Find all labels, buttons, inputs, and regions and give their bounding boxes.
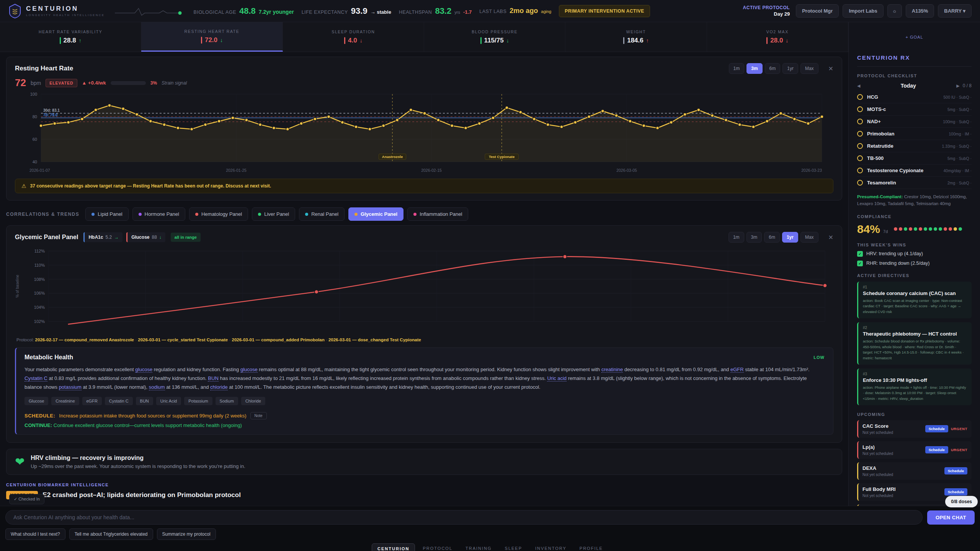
dose-check-circle[interactable] <box>857 94 863 100</box>
metric-tile-vo2-max[interactable]: VO2 MAX28.0↓ <box>707 22 848 52</box>
range-button-3m[interactable]: 3m <box>746 232 762 243</box>
dose-check-circle[interactable] <box>857 106 863 112</box>
nav-item-protocol[interactable]: PROTOCOL <box>417 543 458 551</box>
panel-chip-glycemic-panel[interactable]: Glycemic Panel <box>348 207 403 221</box>
nav-item-sleep[interactable]: SLEEP <box>500 543 528 551</box>
rhr-slope: ▲ +0.4/wk <box>82 80 106 86</box>
panel-chip-renal-panel[interactable]: Renal Panel <box>299 207 345 221</box>
nav-item-centurion[interactable]: CENTURION <box>372 543 415 551</box>
rhr-line-chart[interactable]: 1008060402026-01-072026-01-252026-02-152… <box>13 91 835 175</box>
panel-chip-lipid-panel[interactable]: Lipid Panel <box>85 207 128 221</box>
biomarker-link-cystatin-c[interactable]: Cystatin C <box>24 375 47 381</box>
dose-check-circle[interactable] <box>857 155 863 161</box>
metabolic-tag-sodium[interactable]: Sodium <box>216 397 238 405</box>
dose-check-circle[interactable] <box>857 119 863 124</box>
biomarker-link-glucose[interactable]: glucose <box>135 367 152 373</box>
suggestion-chip[interactable]: What should I test next? <box>5 528 65 540</box>
biomarker-link-potassium[interactable]: potassium <box>59 384 82 390</box>
note-button[interactable]: Note <box>250 412 267 419</box>
protocol-mgr-button[interactable]: Protocol Mgr <box>796 4 839 18</box>
metabolic-tag-uric-acid[interactable]: Uric Acid <box>156 397 181 405</box>
schedule-button[interactable]: Schedule <box>925 446 948 453</box>
schedule-button[interactable]: Schedule <box>944 488 967 496</box>
rhr-warning-banner: ⚠ 37 consecutive readings above target r… <box>15 179 833 193</box>
compound-dose: 100mg · IM · <box>949 132 972 136</box>
metabolic-tag-potassium[interactable]: Potassium <box>184 397 212 405</box>
biomarker-link-sodium[interactable]: sodium <box>149 384 165 390</box>
metabolic-tag-egfr[interactable]: eGFR <box>82 397 102 405</box>
metabolic-tag-creatinine[interactable]: Creatinine <box>51 397 79 405</box>
suggestion-chip[interactable]: Summarize my protocol <box>157 528 216 540</box>
compound-name: TB-500 <box>867 155 884 161</box>
range-button-3m[interactable]: 3m <box>746 63 762 74</box>
doses-counter-pill[interactable]: 0/8 doses <box>945 496 978 507</box>
nav-item-profile[interactable]: PROFILE <box>574 543 608 551</box>
prev-day-icon[interactable]: ◀ <box>857 83 866 88</box>
suggestion-chip[interactable]: Tell me about Triglycerides elevated <box>69 528 153 540</box>
glycemic-panel-header: Glycemic Panel Panel HbA1c5.2→Glucose88↓… <box>7 226 842 245</box>
dose-check-circle[interactable] <box>857 143 863 149</box>
import-labs-button[interactable]: Import Labs <box>843 4 883 18</box>
range-button-Max[interactable]: Max <box>800 232 818 243</box>
range-button-6m[interactable]: 6m <box>764 232 780 243</box>
metabolic-tag-chloride[interactable]: Chloride <box>241 397 265 405</box>
directive-card-2[interactable]: #2Therapeutic phlebotomy — HCT controlac… <box>857 322 972 365</box>
panel-chip-hormone-panel[interactable]: Hormone Panel <box>132 207 185 221</box>
directive-card-1[interactable]: #1Schedule coronary calcium (CAC) scanac… <box>857 282 972 318</box>
nav-item-training[interactable]: TRAINING <box>460 543 497 551</box>
metric-tile-weight[interactable]: WEIGHT184.6↑ <box>565 22 707 52</box>
schedule-button[interactable]: Schedule <box>944 467 967 474</box>
primary-intervention-badge[interactable]: PRIMARY INTERVENTION ACTIVE <box>559 5 650 17</box>
user-menu-button[interactable]: BARRY ▾ <box>938 4 972 18</box>
check-icon: ✓ <box>857 261 863 266</box>
biomarker-badge-glucose[interactable]: Glucose88↓ <box>126 232 165 242</box>
metric-tile-resting-heart-rate[interactable]: RESTING HEART RATE72.0↓ <box>141 22 283 52</box>
range-button-1yr[interactable]: 1yr <box>782 63 798 74</box>
strain-percent: 3% <box>150 80 157 86</box>
panel-chip-liver-panel[interactable]: Liver Panel <box>252 207 295 221</box>
glycemic-line-chart[interactable]: % of baseline112%110%108%106%104%102% <box>13 246 835 335</box>
compound-dose: 40mg/day · IM · <box>943 168 972 173</box>
biomarker-badge-hba1c[interactable]: HbA1c5.2→ <box>83 232 122 242</box>
range-button-Max[interactable]: Max <box>800 63 818 74</box>
next-day-icon[interactable]: ▶ <box>951 83 960 88</box>
biomarker-link-glucose[interactable]: glucose <box>240 367 258 373</box>
svg-text:100: 100 <box>30 92 37 96</box>
close-icon[interactable]: ✕ <box>828 65 833 72</box>
range-button-1m[interactable]: 1m <box>729 63 745 74</box>
metric-tile-sleep-duration[interactable]: SLEEP DURATION4.0↓ <box>283 22 424 52</box>
theme-toggle-icon[interactable]: ☼ <box>887 4 902 18</box>
nav-item-inventory[interactable]: INVENTORY <box>530 543 572 551</box>
chat-input[interactable] <box>5 510 923 525</box>
metabolic-tag-glucose[interactable]: Glucose <box>24 397 48 405</box>
biomarker-link-bun[interactable]: BUN <box>208 375 218 381</box>
dose-check-circle[interactable] <box>857 180 863 186</box>
directive-card-3[interactable]: #3Enforce 10:30 PM lights-offaction: Pho… <box>857 368 972 405</box>
metabolic-tag-cystatin-c[interactable]: Cystatin C <box>105 397 133 405</box>
font-scale-button[interactable]: A135% <box>906 4 934 18</box>
warning-icon: ⚠ <box>21 183 26 189</box>
biomarker-link-egfr[interactable]: eGFR <box>730 367 744 373</box>
metabolic-tag-bun[interactable]: BUN <box>136 397 153 405</box>
svg-text:2026-03-05: 2026-03-05 <box>616 168 637 173</box>
range-button-6m[interactable]: 6m <box>765 63 781 74</box>
metric-tile-heart-rate-variability[interactable]: HEART RATE VARIABILITY28.8↑ <box>0 22 141 52</box>
biomarker-link-uric-acid[interactable]: Uric acid <box>547 375 567 381</box>
schedule-label: SCHEDULE: <box>24 413 55 419</box>
dose-check-circle[interactable] <box>857 131 863 137</box>
panel-chip-hematology-panel[interactable]: Hematology Panel <box>189 207 248 221</box>
range-button-1yr[interactable]: 1yr <box>782 232 798 243</box>
biomarker-link-chloride[interactable]: chloride <box>210 384 228 390</box>
open-chat-button[interactable]: OPEN CHAT <box>927 510 975 525</box>
panel-chip-inflammation-panel[interactable]: Inflammation Panel <box>407 207 468 221</box>
biomarker-link-creatinine[interactable]: creatinine <box>601 367 623 373</box>
schedule-button[interactable]: Schedule <box>925 425 948 432</box>
compound-name: Testosterone Cypionate <box>867 168 923 173</box>
dose-check-circle[interactable] <box>857 168 863 173</box>
close-icon[interactable]: ✕ <box>828 234 833 241</box>
biomarker-headline: E2 crashed post–AI; lipids deteriorating… <box>42 491 241 499</box>
metric-tile-blood-pressure[interactable]: BLOOD PRESSURE115/75↓ <box>424 22 565 52</box>
range-button-1m[interactable]: 1m <box>728 232 744 243</box>
add-goal-link[interactable]: + GOAL <box>905 35 923 39</box>
stat-label: LIFE EXPECTANCY <box>302 10 348 15</box>
